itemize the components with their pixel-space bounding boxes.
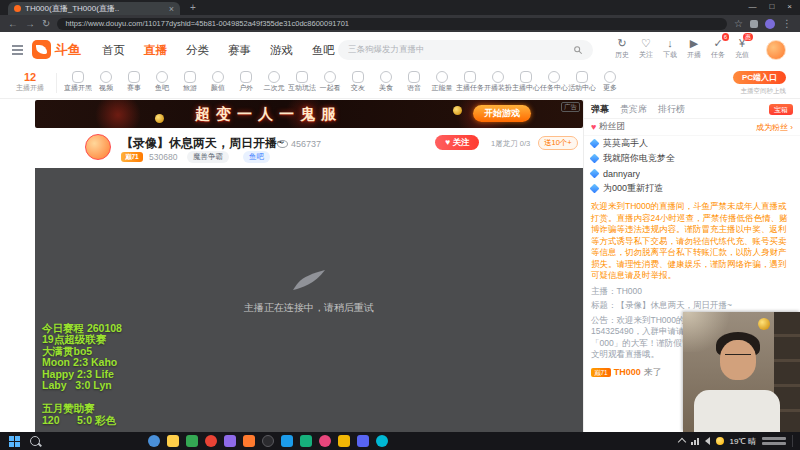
taskbar-app-icon[interactable] [262,435,274,447]
video-player[interactable]: 主播正在连接中，请稍后重试 今日赛程 260108 19点超级联赛 大满贯bo5… [35,168,583,432]
join-text: 来了 [644,366,662,379]
window-maximize-button[interactable]: □ [769,2,774,11]
taskbar-app-icon[interactable] [186,435,198,447]
tab-close-icon[interactable]: × [169,4,174,14]
window-minimize-button[interactable]: — [748,2,756,11]
search-input[interactable]: 三条狗爆发力直播中 [338,40,593,60]
start-game-button[interactable]: 开始游戏 [473,105,531,122]
new-tab-button[interactable]: + [190,2,196,13]
weekly-gift-widget[interactable]: 1屠龙刀 0/3 [491,139,530,149]
taskbar-app-icon[interactable] [357,435,369,447]
hamburger-menu-icon[interactable] [12,49,23,51]
vip-list-item[interactable]: 为000重新打造 [584,181,800,196]
streamer-webcam[interactable] [683,312,800,432]
tray-expand-chevron-icon[interactable] [677,438,685,446]
ad-banner[interactable]: 超变一人一鬼服 开始游戏 广告 [35,100,583,128]
nav-item-categories[interactable]: 分类 [186,43,209,58]
browser-menu-icon[interactable]: ⋮ [782,15,792,32]
nav-item-home[interactable]: 首页 [102,43,125,58]
history-button[interactable]: ↻ 历史 [610,36,634,59]
category-tag[interactable]: 魔兽争霸 [187,151,229,163]
taskbar-search-icon[interactable] [30,436,40,446]
go-live-button[interactable]: ▶ 开播 [682,36,706,59]
taskbar-app-icon[interactable] [281,435,293,447]
joining-user-name[interactable]: TH000 [614,367,641,377]
recharge-button[interactable]: ¥ 充值 惠 [730,36,754,59]
extensions-icon[interactable] [750,20,758,28]
start-button[interactable] [9,436,20,447]
tasks-button[interactable]: ✓ 任务 6 [706,36,730,59]
yuba-tag[interactable]: 鱼吧 [243,151,270,163]
douyu-fin-loading-icon [291,268,327,292]
vip-list-item[interactable]: dannyary [584,166,800,181]
tab-ranking[interactable]: 排行榜 [658,103,685,116]
browser-profile-avatar[interactable] [765,19,775,29]
bookmark-star-icon[interactable]: ☆ [734,15,743,32]
forward-icon[interactable]: → [25,15,35,32]
show-desktop-button[interactable] [792,435,795,447]
tab-danmaku[interactable]: 弹幕 [591,103,609,116]
feature-item[interactable]: 二次元 [260,71,288,92]
follow-list-button[interactable]: ♡ 关注 [634,36,658,59]
browser-tab[interactable]: TH000(直播_TH000(直播.. × [8,2,180,15]
coin-icon [453,106,462,115]
weather-sun-icon[interactable] [716,437,724,445]
taskbar-app-icon[interactable] [224,435,236,447]
taskbar-app-icon[interactable] [167,435,179,447]
feature-item[interactable]: 任务中心 [540,71,568,92]
feature-item[interactable]: 鱼吧 [148,71,176,92]
follow-button[interactable]: ♥ 关注 [435,135,479,150]
feature-item[interactable]: 正能量 [428,71,456,92]
taskbar-app-icon[interactable] [338,435,350,447]
nav-item-live[interactable]: 直播 [144,43,167,58]
weather-text[interactable]: 19℃ 晴 [730,436,757,447]
streamer-avatar[interactable] [85,134,111,160]
feature-item[interactable]: 美食 [372,71,400,92]
volume-icon[interactable] [705,437,710,445]
address-bar[interactable]: https://www.douyu.com/110177dyshid=45b81… [57,18,727,30]
clock-area[interactable] [762,437,786,445]
tab-vip-seats[interactable]: 贵宾席 [620,103,647,116]
treasure-chest-button[interactable]: 宝箱 [769,104,793,115]
taskbar-app-icon[interactable] [300,435,312,447]
vip-list-item[interactable]: 莫莫高手人 [584,136,800,151]
user-avatar[interactable] [766,40,786,60]
feature-item[interactable]: 开播装扮 [484,71,512,92]
feature-item[interactable]: 户外 [232,71,260,92]
vip-list-item[interactable]: 我就陪你电竞梦全 [584,151,800,166]
download-button[interactable]: ↓ 下载 [658,36,682,59]
taskbar-app-icon[interactable] [243,435,255,447]
douyu-logo[interactable]: 斗鱼 [32,40,81,59]
feature-item[interactable]: 语音 [400,71,428,92]
nav-item-esports[interactable]: 赛事 [228,43,251,58]
nav-item-yuba[interactable]: 鱼吧 [312,43,335,58]
feature-item[interactable]: 一起看 [316,71,344,92]
gift-bubble[interactable]: 送10个+ [538,136,578,150]
live-anchor-counter[interactable]: 12 主播开播 [16,71,44,92]
feature-item[interactable]: 旅游 [176,71,204,92]
join-fan-club-button[interactable]: 成为粉丝 › [756,122,793,133]
search-icon[interactable] [573,45,583,55]
feature-item[interactable]: 视频 [92,71,120,92]
taskbar-app-icon[interactable] [376,435,388,447]
feature-item[interactable]: 交友 [344,71,372,92]
pc-entry-button[interactable]: PC端入口 [733,71,786,84]
feature-item[interactable]: 主播任务 [456,71,484,92]
feature-item[interactable]: 直播开黑 [64,71,92,92]
taskbar-app-icon[interactable] [205,435,217,447]
feature-item[interactable]: 赛事 [120,71,148,92]
feature-item[interactable]: 互动玩法 [288,71,316,92]
window-close-button[interactable]: × [787,2,792,11]
streamer-glasses [725,354,751,360]
nav-item-games[interactable]: 游戏 [270,43,293,58]
network-signal-icon[interactable] [691,438,699,445]
feature-item[interactable]: 活动中心 [568,71,596,92]
feature-icon [352,71,364,83]
back-icon[interactable]: ← [8,15,18,32]
taskbar-app-icon[interactable] [148,435,160,447]
reload-icon[interactable]: ↻ [42,15,50,32]
feature-item-more[interactable]: 更多 [596,71,624,92]
feature-item[interactable]: 主播中心 [512,71,540,92]
taskbar-app-icon[interactable] [319,435,331,447]
feature-item[interactable]: 颜值 [204,71,232,92]
